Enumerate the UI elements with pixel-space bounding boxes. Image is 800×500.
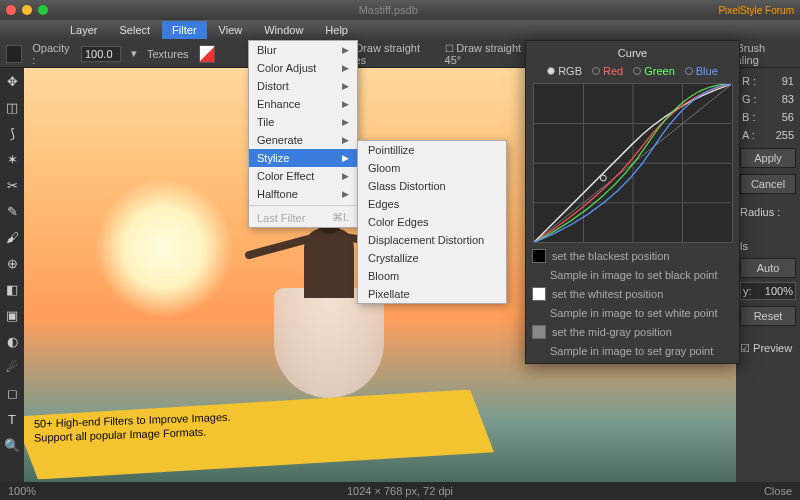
promo-banner: 50+ High-end Filters to Improve Images. … bbox=[24, 389, 494, 481]
text-tool-icon[interactable]: T bbox=[3, 410, 21, 428]
forum-link[interactable]: PixelStyle Forum bbox=[718, 5, 794, 16]
layers-partial-label: ls bbox=[740, 240, 796, 252]
close-button[interactable]: Close bbox=[764, 485, 792, 497]
stylize-gloom[interactable]: Gloom bbox=[358, 159, 506, 177]
marquee-tool-icon[interactable]: ◫ bbox=[3, 98, 21, 116]
cancel-button[interactable]: Cancel bbox=[740, 174, 796, 194]
close-window-icon[interactable] bbox=[6, 5, 16, 15]
curve-dialog: Curve RGB Red Green Blue set the blackes… bbox=[525, 40, 740, 364]
document-dimensions: 1024 × 768 px, 72 dpi bbox=[347, 485, 453, 497]
eyedropper-tool-icon[interactable]: ✎ bbox=[3, 202, 21, 220]
document-filename: Mastiff.psdb bbox=[58, 4, 718, 16]
opacity-input[interactable] bbox=[81, 46, 121, 62]
stylize-color-edges[interactable]: Color Edges bbox=[358, 213, 506, 231]
texture-swatch-icon[interactable] bbox=[199, 45, 215, 63]
filter-item-color-adjust[interactable]: Color Adjust▶ bbox=[249, 59, 357, 77]
filter-item-stylize[interactable]: Stylize▶ bbox=[249, 149, 357, 167]
channel-green-radio[interactable]: Green bbox=[633, 65, 675, 77]
shape-tool-icon[interactable]: ◻ bbox=[3, 384, 21, 402]
minimize-window-icon[interactable] bbox=[22, 5, 32, 15]
tool-palette: ✥ ◫ ⟆ ✶ ✂ ✎ 🖌 ⊕ ◧ ▣ ◐ ☄ ◻ T 🔍 bbox=[0, 68, 24, 482]
zoom-tool-icon[interactable]: 🔍 bbox=[3, 436, 21, 454]
menu-select[interactable]: Select bbox=[110, 21, 161, 39]
bucket-tool-icon[interactable]: ▣ bbox=[3, 306, 21, 324]
channel-red-radio[interactable]: Red bbox=[592, 65, 623, 77]
zoom-window-icon[interactable] bbox=[38, 5, 48, 15]
info-panel: R :91 G :83 B :56 A :255 Apply Cancel Ra… bbox=[736, 68, 800, 482]
lasso-tool-icon[interactable]: ⟆ bbox=[3, 124, 21, 142]
filter-item-halftone[interactable]: Halftone▶ bbox=[249, 185, 357, 203]
filter-item-tile[interactable]: Tile▶ bbox=[249, 113, 357, 131]
filter-item-enhance[interactable]: Enhance▶ bbox=[249, 95, 357, 113]
gray-point-picker-icon[interactable] bbox=[532, 325, 546, 339]
menu-layer[interactable]: Layer bbox=[60, 21, 108, 39]
clone-tool-icon[interactable]: ⊕ bbox=[3, 254, 21, 272]
stylize-glass-distortion[interactable]: Glass Distortion bbox=[358, 177, 506, 195]
filter-item-last-filter: Last Filter⌘L bbox=[249, 208, 357, 227]
filter-dropdown: Blur▶ Color Adjust▶ Distort▶ Enhance▶ Ti… bbox=[248, 40, 358, 228]
opacity-chevron-icon[interactable]: ▾ bbox=[131, 47, 137, 60]
stylize-submenu: Pointillize Gloom Glass Distortion Edges… bbox=[357, 140, 507, 304]
filter-item-color-effect[interactable]: Color Effect▶ bbox=[249, 167, 357, 185]
preview-checkbox[interactable]: ☑ Preview bbox=[740, 342, 796, 355]
crop-tool-icon[interactable]: ✂ bbox=[3, 176, 21, 194]
apply-button[interactable]: Apply bbox=[740, 148, 796, 168]
radius-label: Radius : bbox=[740, 206, 796, 218]
reset-button[interactable]: Reset bbox=[740, 306, 796, 326]
curve-title: Curve bbox=[532, 47, 733, 59]
menu-help[interactable]: Help bbox=[315, 21, 358, 39]
menubar: Layer Select Filter View Window Help bbox=[0, 20, 800, 40]
filter-item-distort[interactable]: Distort▶ bbox=[249, 77, 357, 95]
traffic-lights bbox=[6, 5, 48, 15]
stylize-crystallize[interactable]: Crystallize bbox=[358, 249, 506, 267]
stylize-pixellate[interactable]: Pixellate bbox=[358, 285, 506, 303]
layer-opacity-select[interactable]: y:100% bbox=[740, 282, 796, 300]
menu-view[interactable]: View bbox=[209, 21, 253, 39]
stylize-pointillize[interactable]: Pointillize bbox=[358, 141, 506, 159]
channel-blue-radio[interactable]: Blue bbox=[685, 65, 718, 77]
black-point-picker-icon[interactable] bbox=[532, 249, 546, 263]
auto-button[interactable]: Auto bbox=[740, 258, 796, 278]
opacity-label: Opacity : bbox=[32, 42, 71, 66]
stylize-bloom[interactable]: Bloom bbox=[358, 267, 506, 285]
brush-tool-icon[interactable]: 🖌 bbox=[3, 228, 21, 246]
canvas-content bbox=[94, 178, 234, 318]
channel-rgb-radio[interactable]: RGB bbox=[547, 65, 582, 77]
svg-point-7 bbox=[600, 175, 606, 181]
textures-label[interactable]: Textures bbox=[147, 48, 189, 60]
stylize-edges[interactable]: Edges bbox=[358, 195, 506, 213]
stylize-displacement-distortion[interactable]: Displacement Distortion bbox=[358, 231, 506, 249]
menu-window[interactable]: Window bbox=[254, 21, 313, 39]
filter-item-blur[interactable]: Blur▶ bbox=[249, 41, 357, 59]
white-point-picker-icon[interactable] bbox=[532, 287, 546, 301]
filter-item-generate[interactable]: Generate▶ bbox=[249, 131, 357, 149]
wand-tool-icon[interactable]: ✶ bbox=[3, 150, 21, 168]
zoom-level[interactable]: 100% bbox=[8, 485, 36, 497]
menu-filter[interactable]: Filter bbox=[162, 21, 206, 39]
status-bar: 100% 1024 × 768 px, 72 dpi Close bbox=[0, 482, 800, 500]
gradient-tool-icon[interactable]: ◐ bbox=[3, 332, 21, 350]
eraser-tool-icon[interactable]: ◧ bbox=[3, 280, 21, 298]
window-titlebar: Mastiff.psdb PixelStyle Forum bbox=[0, 0, 800, 20]
brush-preview-icon[interactable] bbox=[6, 45, 22, 63]
move-tool-icon[interactable]: ✥ bbox=[3, 72, 21, 90]
curve-graph[interactable] bbox=[533, 83, 733, 243]
smudge-tool-icon[interactable]: ☄ bbox=[3, 358, 21, 376]
